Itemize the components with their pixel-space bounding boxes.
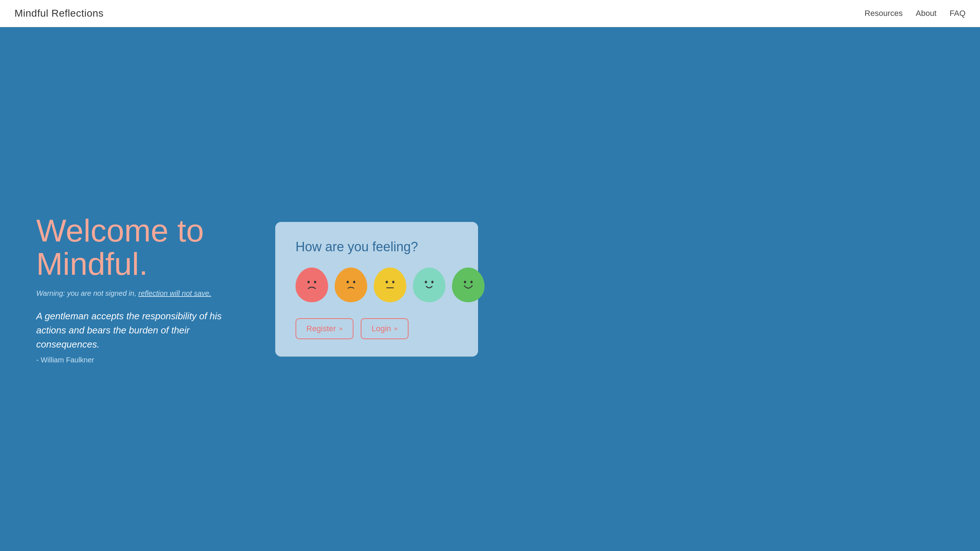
svg-point-10 — [471, 281, 473, 283]
feeling-card-title: How are you feeling? — [296, 239, 458, 254]
register-chevron: » — [339, 325, 343, 332]
svg-point-4 — [386, 281, 388, 283]
brand-logo[interactable]: Mindful Reflections — [14, 8, 103, 19]
navbar: Mindful Reflections Resources About FAQ — [0, 0, 980, 27]
emoji-very-sad[interactable] — [296, 268, 328, 302]
login-label: Login — [372, 324, 391, 333]
svg-point-1 — [314, 281, 316, 283]
hero-attribution: - William Faulkner — [36, 356, 246, 364]
hero-section: Welcome to Mindful. Warning: you are not… — [0, 27, 980, 551]
svg-point-5 — [392, 281, 395, 283]
warning-text: Warning: you are not signed in, — [36, 289, 138, 297]
emoji-neutral[interactable] — [374, 268, 406, 302]
svg-point-7 — [425, 281, 427, 283]
hero-warning: Warning: you are not signed in, reflecti… — [36, 289, 246, 298]
emoji-very-happy[interactable] — [452, 268, 485, 302]
emoji-happy[interactable] — [413, 268, 445, 302]
nav-resources[interactable]: Resources — [864, 9, 902, 18]
svg-point-0 — [307, 281, 310, 283]
svg-point-2 — [347, 281, 349, 283]
nav-about[interactable]: About — [916, 9, 937, 18]
login-button[interactable]: Login » — [361, 318, 409, 339]
hero-left: Welcome to Mindful. Warning: you are not… — [36, 214, 246, 365]
nav-links: Resources About FAQ — [864, 9, 966, 18]
svg-point-8 — [431, 281, 433, 283]
svg-point-3 — [353, 281, 355, 283]
hero-quote: A gentleman accepts the responsibility o… — [36, 309, 246, 351]
card-buttons: Register » Login » — [296, 318, 458, 339]
login-chevron: » — [394, 325, 398, 332]
register-label: Register — [306, 324, 336, 333]
emoji-sad[interactable] — [335, 268, 367, 302]
svg-point-9 — [464, 281, 466, 283]
warning-link[interactable]: reflection will not save. — [138, 289, 211, 297]
feeling-card: How are you feeling? — [275, 222, 478, 357]
nav-faq[interactable]: FAQ — [950, 9, 966, 18]
emoji-row — [296, 268, 458, 302]
register-button[interactable]: Register » — [296, 318, 353, 339]
hero-title: Welcome to Mindful. — [36, 214, 246, 281]
